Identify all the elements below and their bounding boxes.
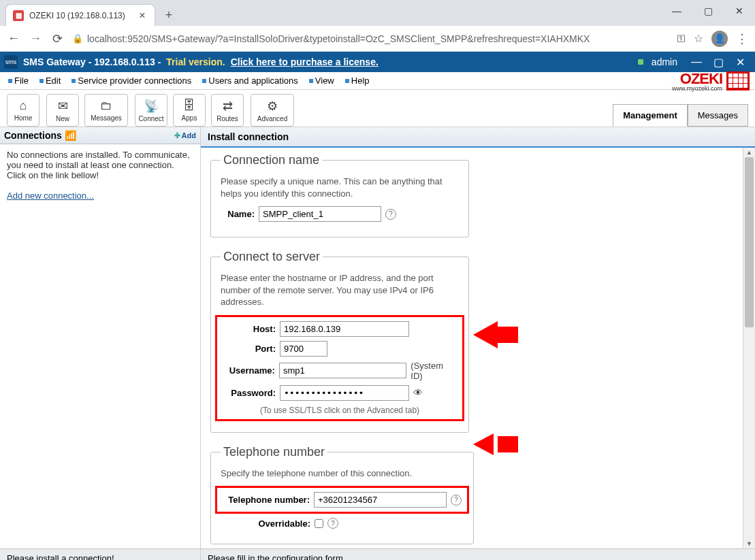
scroll-up-icon[interactable]: ▲	[743, 148, 755, 157]
telephone-input[interactable]	[314, 492, 447, 508]
left-panel-header: Connections 📶 Add	[0, 127, 200, 144]
arrow-left-icon	[473, 433, 494, 455]
telephone-legend: Telephone number	[221, 445, 327, 459]
maximize-button[interactable]: ▢	[692, 0, 724, 22]
main-area: Connections 📶 Add No connections are ins…	[0, 127, 755, 560]
right-panel-footer: Please fill in the configuration form	[201, 548, 755, 560]
arrow-left-icon	[473, 321, 498, 348]
reload-button[interactable]: ⟳	[50, 32, 64, 46]
menu-view[interactable]: View	[305, 74, 338, 87]
overridable-label: Overridable:	[221, 518, 310, 529]
logo-subtext: www.myozeki.com	[672, 85, 722, 92]
username-label: Username:	[223, 365, 275, 376]
port-input[interactable]	[280, 341, 327, 357]
trial-label: Trial version.	[166, 56, 225, 67]
bookmark-icon[interactable]: ☆	[694, 32, 703, 45]
toolbar-messages-button[interactable]: 🗀Messages	[84, 94, 128, 127]
tab-title: OZEKI 10 (192.168.0.113)	[29, 11, 131, 20]
app-close-button[interactable]: ✕	[729, 54, 751, 69]
connection-name-fieldset: Connection name Please specify a unique …	[210, 153, 469, 237]
back-button[interactable]: ←	[7, 32, 20, 46]
password-input[interactable]	[280, 385, 409, 401]
toolbar-connect-button[interactable]: 📡Connect	[135, 94, 167, 127]
left-panel: Connections 📶 Add No connections are ins…	[0, 127, 201, 560]
database-icon: 🗄	[183, 99, 195, 113]
browser-menu-icon[interactable]: ⋮	[736, 31, 748, 46]
menu-users[interactable]: Users and applications	[198, 74, 302, 87]
purchase-link[interactable]: Click here to purchase a license.	[231, 56, 379, 67]
scrollbar-thumb[interactable]	[745, 157, 754, 327]
phone-antenna-icon: 📶	[65, 130, 76, 141]
host-label: Host:	[223, 324, 276, 334]
favicon-icon: ▦	[13, 10, 24, 21]
app-minimize-button[interactable]: —	[686, 54, 707, 69]
new-icon: ✉	[58, 99, 68, 114]
add-connection-link-small[interactable]: Add	[174, 131, 196, 140]
tab-messages[interactable]: Messages	[688, 104, 748, 127]
browser-titlebar: ▦ OZEKI 10 (192.168.0.113) × + — ▢ ✕	[0, 0, 755, 26]
menu-edit[interactable]: Edit	[35, 74, 65, 87]
overridable-checkbox[interactable]	[315, 519, 323, 528]
menu-file[interactable]: File	[4, 74, 33, 87]
scrollbar[interactable]: ▲ ▼	[743, 148, 755, 548]
password-label: Password:	[223, 388, 276, 398]
username-input[interactable]	[279, 363, 406, 378]
admin-label[interactable]: admin	[652, 56, 677, 67]
toolbar-routes-button[interactable]: ⇄Routes	[211, 94, 244, 127]
app-maximize-button[interactable]: ▢	[707, 54, 729, 69]
routes-icon: ⇄	[223, 99, 233, 114]
menu-service-provider[interactable]: Service provider connections	[67, 74, 195, 87]
forward-button[interactable]: →	[29, 32, 42, 46]
connect-server-desc: Please enter the hostname or IP address,…	[221, 272, 459, 308]
right-panel-header: Install connection	[201, 127, 755, 148]
host-input[interactable]	[280, 321, 409, 337]
connection-name-desc: Please specify a unique name. This can b…	[221, 176, 459, 199]
right-panel: Install connection Connection name Pleas…	[201, 127, 755, 560]
close-window-button[interactable]: ✕	[724, 0, 755, 22]
connect-server-legend: Connect to server	[221, 250, 323, 264]
new-tab-button[interactable]: +	[159, 5, 178, 24]
telephone-fieldset: Telephone number Specify the telephone n…	[210, 445, 474, 545]
menubar: File Edit Service provider connections U…	[0, 72, 755, 90]
profile-icon[interactable]: 👤	[711, 31, 728, 47]
name-input[interactable]	[259, 206, 381, 222]
toolbar-apps-button[interactable]: 🗄Apps	[173, 94, 206, 127]
close-tab-icon[interactable]: ×	[137, 10, 148, 21]
connect-server-fieldset: Connect to server Please enter the hostn…	[210, 250, 469, 433]
home-icon: ⌂	[20, 99, 27, 113]
connection-name-legend: Connection name	[221, 153, 322, 167]
system-id-label: (System ID)	[411, 361, 457, 381]
browser-toolbar: ← → ⟳ 🔒 localhost:9520/SMS+Gateway/?a=In…	[0, 26, 755, 52]
key-icon[interactable]: ⚿	[677, 33, 686, 44]
help-icon[interactable]: ?	[385, 209, 396, 220]
add-new-connection-link[interactable]: Add new connection...	[7, 191, 94, 201]
show-password-icon[interactable]: 👁	[413, 387, 423, 398]
left-panel-footer: Please install a connection!	[0, 548, 200, 560]
highlight-server-box: Host: Port: Username: (System ID) Passwo…	[215, 315, 464, 421]
toolbar-new-button[interactable]: ✉New	[46, 94, 79, 127]
logo-grid-icon	[726, 71, 750, 90]
tab-management[interactable]: Management	[613, 104, 687, 127]
minimize-button[interactable]: —	[661, 0, 692, 22]
lock-icon: 🔒	[72, 33, 83, 44]
scroll-down-icon[interactable]: ▼	[743, 539, 755, 548]
name-label: Name:	[221, 209, 255, 219]
app-titlebar: sms SMS Gateway - 192.168.0.113 - Trial …	[0, 52, 755, 72]
browser-tab[interactable]: ▦ OZEKI 10 (192.168.0.113) ×	[5, 4, 155, 26]
highlight-telephone-box: Telephone number: ?	[215, 486, 469, 514]
url-text: localhost:9520/SMS+Gateway/?a=InstallSol…	[87, 33, 590, 44]
port-label: Port:	[223, 344, 276, 354]
address-bar[interactable]: 🔒 localhost:9520/SMS+Gateway/?a=InstallS…	[72, 33, 669, 44]
toolbar: ⌂Home ✉New 🗀Messages 📡Connect 🗄Apps ⇄Rou…	[0, 90, 755, 127]
logo[interactable]: OZEKI www.myozeki.com	[672, 70, 755, 92]
ssl-hint: (To use SSL/TLS click on the Advanced ta…	[260, 406, 419, 415]
toolbar-advanced-button[interactable]: ⚙Advanced	[251, 94, 294, 127]
help-icon[interactable]: ?	[327, 518, 338, 529]
app-title: SMS Gateway - 192.168.0.113 -	[23, 56, 161, 67]
menu-help[interactable]: Help	[341, 74, 374, 87]
no-connections-text: No connections are installed. To communi…	[7, 150, 193, 180]
help-icon[interactable]: ?	[451, 495, 462, 506]
antenna-icon: 📡	[144, 99, 159, 114]
telephone-desc: Specify the telephone number of this con…	[221, 467, 464, 480]
toolbar-home-button[interactable]: ⌂Home	[7, 94, 39, 127]
